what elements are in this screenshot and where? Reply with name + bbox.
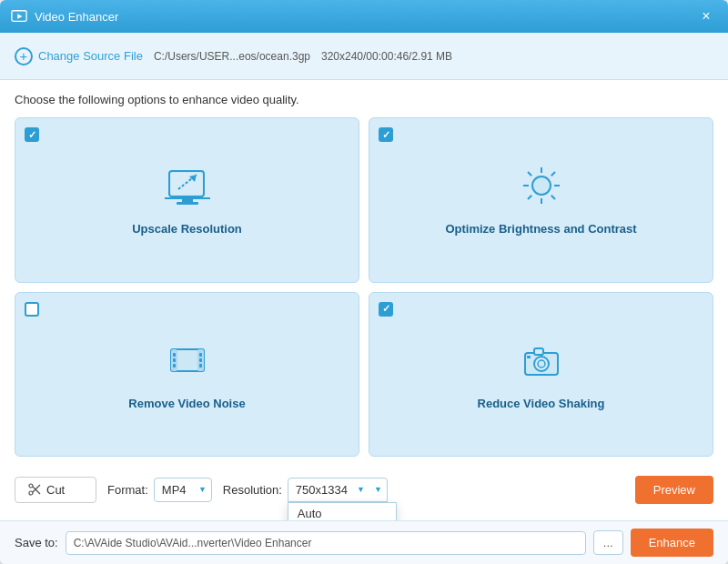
browse-button[interactable]: ... [593, 530, 623, 555]
svg-point-30 [538, 360, 545, 368]
save-label: Save to: [15, 536, 58, 549]
resolution-label: Resolution: [223, 483, 282, 497]
source-bar: + Change Source File C:/Users/USER...eos… [0, 33, 728, 80]
svg-line-17 [528, 196, 531, 199]
option-upscale[interactable]: Upscale Resolution [15, 117, 359, 283]
dropdown-arrow: ▼ [357, 485, 365, 494]
svg-rect-24 [199, 353, 202, 357]
svg-point-32 [29, 491, 33, 495]
change-source-button[interactable]: + Change Source File [15, 47, 143, 65]
resolution-option-auto[interactable]: Auto [288, 503, 396, 521]
change-source-label: Change Source File [38, 49, 143, 63]
cut-button[interactable]: Cut [15, 477, 96, 503]
resolution-options-list: Auto 240x160 320x240 480x320 640x360 640… [288, 503, 396, 521]
option-noise[interactable]: Remove Video Noise [15, 292, 359, 458]
upscale-checkbox[interactable] [25, 127, 39, 142]
noise-icon [164, 338, 211, 388]
plus-icon: + [15, 47, 33, 65]
svg-point-9 [532, 176, 551, 195]
brightness-label: Optimize Brightness and Contrast [445, 222, 636, 236]
scissors-icon [28, 483, 41, 496]
resolution-select-wrapper[interactable]: 750x1334 ▼ Auto 240x160 320x240 480x320 … [288, 478, 388, 502]
resolution-group: Resolution: 750x1334 ▼ Auto 240x160 320x… [223, 478, 388, 502]
shake-checkbox[interactable] [379, 302, 393, 317]
window-title: Video Enhancer [35, 10, 695, 24]
enhance-button[interactable]: Enhance [631, 529, 713, 557]
format-select-wrapper: MP4 AVI MOV MKV [154, 478, 212, 502]
svg-line-15 [551, 196, 554, 199]
resolution-dropdown[interactable]: Auto 240x160 320x240 480x320 640x360 640… [288, 502, 397, 521]
resolution-value: 750x1334 [296, 483, 348, 497]
option-shake[interactable]: Reduce Video Shaking [369, 292, 713, 458]
cut-label: Cut [46, 483, 65, 497]
format-group: Format: MP4 AVI MOV MKV [107, 478, 212, 502]
video-enhancer-window: Video Enhancer × + Change Source File C:… [0, 0, 728, 564]
svg-line-16 [551, 172, 554, 176]
app-icon [11, 8, 27, 25]
title-bar: Video Enhancer × [0, 0, 728, 33]
brightness-icon [518, 164, 565, 213]
source-file-path: C:/Users/USER...eos/ocean.3gp [154, 50, 310, 63]
svg-rect-21 [173, 353, 176, 357]
close-button[interactable]: × [695, 5, 717, 27]
bottom-controls: Cut Format: MP4 AVI MOV MKV Resolution: [15, 468, 713, 511]
svg-rect-31 [527, 356, 531, 358]
svg-rect-26 [199, 364, 202, 368]
svg-point-33 [29, 484, 33, 488]
main-content: Choose the following options to enhance … [0, 80, 728, 520]
brightness-checkbox[interactable] [379, 127, 393, 142]
upscale-icon [164, 164, 211, 213]
source-file-info: 320x240/00:00:46/2.91 MB [321, 50, 452, 63]
svg-rect-23 [173, 364, 176, 368]
format-label: Format: [107, 483, 148, 497]
shake-label: Reduce Video Shaking [478, 397, 605, 410]
instruction-text: Choose the following options to enhance … [15, 93, 713, 106]
noise-checkbox[interactable] [25, 302, 39, 317]
options-grid: Upscale Resolution [15, 117, 713, 457]
svg-rect-25 [199, 358, 202, 362]
save-bar: Save to: C:\AVAide Studio\AVAid...nverte… [0, 520, 728, 564]
upscale-label: Upscale Resolution [132, 222, 242, 236]
save-path: C:\AVAide Studio\AVAid...nverter\Video E… [66, 531, 586, 555]
noise-label: Remove Video Noise [128, 397, 245, 410]
option-brightness[interactable]: Optimize Brightness and Contrast [369, 117, 713, 283]
preview-button[interactable]: Preview [635, 476, 713, 504]
svg-marker-1 [17, 14, 22, 18]
format-select[interactable]: MP4 AVI MOV MKV [154, 478, 212, 502]
svg-rect-6 [177, 202, 198, 205]
svg-rect-22 [173, 358, 176, 362]
shake-icon [518, 338, 565, 388]
svg-line-14 [528, 172, 531, 176]
svg-rect-5 [182, 198, 193, 202]
svg-rect-28 [534, 348, 543, 355]
resolution-display[interactable]: 750x1334 ▼ [288, 478, 388, 502]
